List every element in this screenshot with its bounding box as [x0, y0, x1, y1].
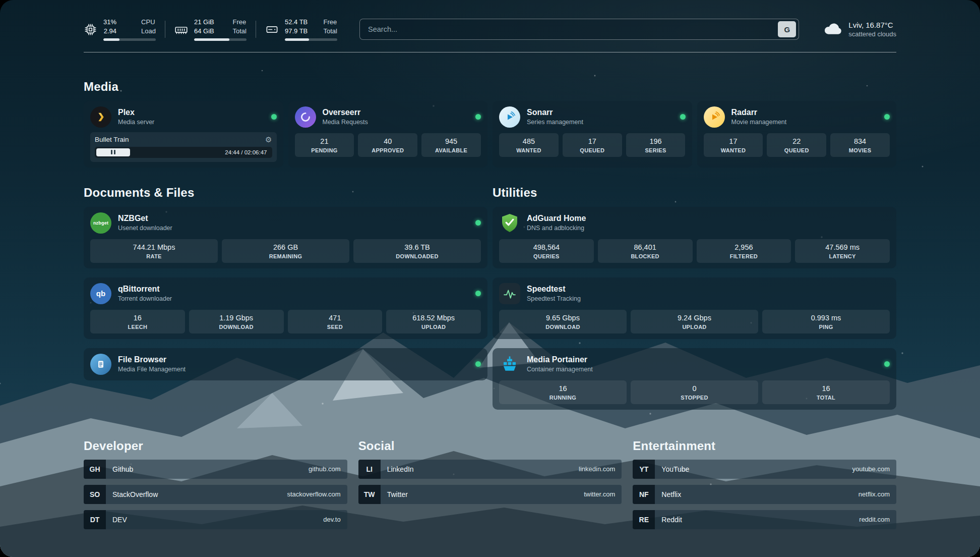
- dashboard-screen: 31% 2.94 CPU Load: [0, 0, 980, 557]
- documents-column: Documents & Files nzbget NZBGet Usenet d…: [84, 186, 487, 410]
- stat-running: 16 RUNNING: [499, 380, 627, 404]
- playback-progress-bar[interactable]: 24:44 / 02:06:47: [95, 147, 272, 158]
- stat-downloaded: 39.6 TB DOWNLOADED: [353, 239, 481, 263]
- service-name: Radarr: [731, 108, 787, 117]
- service-card-portainer[interactable]: Media Portainer Container management 16 …: [493, 348, 896, 410]
- status-dot: [884, 114, 890, 120]
- bookmark-abbr: TW: [358, 485, 381, 504]
- service-subtitle: Container management: [527, 366, 593, 373]
- bookmark-url: stackoverflow.com: [287, 490, 340, 498]
- bookmark-abbr: NF: [633, 485, 655, 504]
- bookmark-name: LinkedIn: [387, 465, 414, 473]
- stat-available: 945 AVAILABLE: [421, 133, 481, 157]
- stat-pending: 21 PENDING: [295, 133, 354, 157]
- stat-upload: 9.24 Gbps UPLOAD: [631, 310, 758, 333]
- pause-button[interactable]: [96, 148, 130, 156]
- disk-widget: 52.4 TB 97.9 TB Free Total: [265, 18, 337, 41]
- service-card-speedtest[interactable]: Speedtest Speedtest Tracking 9.65 Gbps D…: [493, 277, 896, 339]
- service-card-sonarr[interactable]: Sonarr Series management 485 WANTED 17 Q…: [493, 101, 692, 168]
- search-engine-button[interactable]: G: [778, 21, 796, 37]
- disk-free: 52.4 TB: [285, 18, 308, 26]
- overseerr-icon: [295, 106, 316, 128]
- utilities-column: Utilities: [493, 186, 896, 410]
- playback-time: 24:44 / 02:06:47: [225, 149, 267, 155]
- stat-stopped: 0 STOPPED: [631, 380, 758, 404]
- bookmark-abbr: DT: [84, 510, 106, 529]
- bookmark-url: dev.to: [323, 516, 340, 523]
- service-card-radarr[interactable]: Radarr Movie management 17 WANTED 22 QUE…: [697, 101, 897, 168]
- memory-label-2: Total: [233, 27, 247, 35]
- stat-wanted: 485 WANTED: [499, 133, 559, 157]
- bookmark-reddit[interactable]: RE Reddit reddit.com: [633, 510, 896, 529]
- weather-location: Lviv, 16.87°C: [848, 21, 896, 29]
- top-bar: 31% 2.94 CPU Load: [84, 18, 896, 41]
- portainer-icon: [499, 354, 520, 375]
- stat-movies: 834 MOVIES: [830, 133, 890, 157]
- service-name: File Browser: [118, 355, 186, 364]
- section-title-documents: Documents & Files: [84, 186, 487, 200]
- service-subtitle: Torrent downloader: [118, 295, 172, 302]
- disk-label-2: Total: [324, 27, 337, 35]
- bookmark-url: youtube.com: [852, 465, 890, 473]
- adguard-icon: [499, 212, 520, 234]
- service-card-adguard[interactable]: AdGuard Home DNS and adblocking 498,564 …: [493, 207, 896, 268]
- service-card-plex[interactable]: Plex Media server Bullet Train ⚙ 24:44 /…: [84, 101, 283, 168]
- stat-blocked: 86,401 BLOCKED: [598, 239, 693, 263]
- disk-total: 97.9 TB: [285, 27, 308, 35]
- bookmark-abbr: GH: [84, 460, 106, 479]
- status-dot: [475, 291, 481, 296]
- service-name: Speedtest: [527, 285, 581, 294]
- gear-icon[interactable]: ⚙: [265, 136, 272, 143]
- stat-wanted: 17 WANTED: [704, 133, 763, 157]
- plex-icon: [90, 106, 111, 128]
- stat-latency: 47.569 ms LATENCY: [795, 239, 890, 263]
- service-subtitle: Speedtest Tracking: [527, 295, 581, 302]
- bookmark-netflix[interactable]: NF Netflix netflix.com: [633, 485, 896, 504]
- stat-remaining: 266 GB REMAINING: [222, 239, 349, 263]
- bookmark-github[interactable]: GH Github github.com: [84, 460, 347, 479]
- weather-widget: Lviv, 16.87°C scattered clouds: [823, 21, 896, 38]
- service-subtitle: DNS and adblocking: [527, 225, 586, 232]
- stat-upload: 618.52 Mbps UPLOAD: [386, 310, 481, 333]
- stat-queued: 22 QUEUED: [767, 133, 826, 157]
- stat-filtered: 2,956 FILTERED: [697, 239, 791, 263]
- memory-widget: 21 GiB 64 GiB Free Total: [174, 18, 247, 41]
- service-name: Sonarr: [527, 108, 583, 117]
- bookmark-stackoverflow[interactable]: SO StackOverflow stackoverflow.com: [84, 485, 347, 504]
- service-name: qBittorrent: [118, 285, 172, 294]
- service-card-filebrowser[interactable]: File Browser Media File Management: [84, 348, 487, 380]
- topbar-divider: [84, 52, 896, 52]
- bookmark-url: twitter.com: [584, 490, 615, 498]
- cpu-load: 2.94: [103, 27, 116, 35]
- search-input[interactable]: [368, 25, 778, 33]
- status-dot: [271, 114, 277, 120]
- bookmark-name: Github: [112, 465, 133, 473]
- nzbget-icon: nzbget: [90, 212, 111, 234]
- section-title-developer: Developer: [84, 439, 347, 453]
- bookmark-abbr: RE: [633, 510, 655, 529]
- service-card-nzbget[interactable]: nzbget NZBGet Usenet downloader 744.21 M…: [84, 207, 487, 268]
- memory-total: 64 GiB: [194, 27, 214, 35]
- status-dot: [680, 114, 686, 120]
- bookmark-name: Reddit: [661, 516, 682, 524]
- bookmark-url: reddit.com: [859, 516, 890, 523]
- service-card-qbittorrent[interactable]: qb qBittorrent Torrent downloader 16 LEE…: [84, 277, 487, 339]
- bookmark-twitter[interactable]: TW Twitter twitter.com: [358, 485, 622, 504]
- bookmark-url: github.com: [309, 465, 341, 473]
- stat-ping: 0.993 ms PING: [762, 310, 890, 333]
- stat-leech: 16 LEECH: [90, 310, 185, 333]
- memory-icon: [174, 23, 188, 36]
- section-title-entertainment: Entertainment: [633, 439, 896, 453]
- bookmark-name: StackOverflow: [112, 490, 158, 498]
- radarr-icon: [704, 106, 725, 128]
- bookmark-url: linkedin.com: [579, 465, 615, 473]
- service-name: NZBGet: [118, 214, 172, 223]
- service-card-overseerr[interactable]: Overseerr Media Requests 21 PENDING 40 A…: [288, 101, 488, 168]
- stat-series: 196 SERIES: [626, 133, 686, 157]
- bookmark-youtube[interactable]: YT YouTube youtube.com: [633, 460, 896, 479]
- bookmark-dev[interactable]: DT DEV dev.to: [84, 510, 347, 529]
- bookmark-linkedin[interactable]: LI LinkedIn linkedin.com: [358, 460, 622, 479]
- cloud-icon: [823, 21, 842, 38]
- now-playing-title: Bullet Train: [95, 136, 129, 143]
- cpu-meter-fill: [103, 38, 119, 41]
